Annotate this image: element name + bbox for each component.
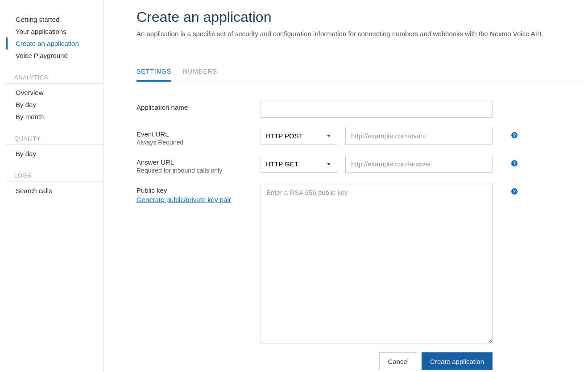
event-url-method-select[interactable]: HTTP POST: [261, 127, 337, 145]
label-public-key: Public key: [137, 186, 261, 194]
tab-settings[interactable]: SETTINGS: [137, 64, 171, 82]
sidebar-item-your-applications[interactable]: Your applications: [6, 25, 103, 37]
label-application-name: Application name: [137, 103, 261, 111]
main-content: Create an application An application is …: [104, 0, 588, 372]
tabs: SETTINGS NUMBERS: [137, 64, 583, 82]
label-answer-url: Answer URL: [137, 158, 261, 166]
help-icon[interactable]: ?: [511, 188, 518, 194]
page-description: An application is a specific set of secu…: [137, 30, 583, 37]
label-event-url: Event URL: [137, 130, 261, 138]
create-application-button[interactable]: Create application: [422, 352, 493, 370]
sidebar: Getting started Your applications Create…: [0, 0, 104, 372]
sidebar-item-search-calls[interactable]: Search calls: [6, 185, 103, 197]
sidebar-item-analytics-by-month[interactable]: By month: [6, 111, 103, 123]
answer-url-method-select[interactable]: HTTP GET: [261, 155, 337, 173]
help-icon[interactable]: ?: [511, 132, 518, 138]
sidebar-item-quality-by-day[interactable]: By day: [6, 148, 103, 160]
sidebar-header-logs: LOGS: [6, 169, 103, 182]
sublabel-event-url: Always Required: [137, 139, 261, 146]
answer-url-input[interactable]: [345, 155, 493, 173]
application-name-input[interactable]: [261, 100, 493, 118]
public-key-textarea[interactable]: [261, 183, 493, 343]
generate-key-pair-link[interactable]: Generate public/private key pair: [137, 196, 231, 203]
sublabel-answer-url: Required for inbound calls only: [137, 167, 261, 174]
event-url-input[interactable]: [345, 127, 493, 145]
sidebar-item-voice-playground[interactable]: Voice Playground: [6, 50, 103, 62]
sidebar-header-analytics: ANALYTICS: [6, 71, 103, 84]
sidebar-header-quality: QUALITY: [6, 132, 103, 145]
cancel-button[interactable]: Cancel: [379, 352, 417, 370]
help-icon[interactable]: ?: [511, 160, 518, 166]
sidebar-item-getting-started[interactable]: Getting started: [6, 13, 103, 25]
tab-numbers[interactable]: NUMBERS: [183, 64, 217, 82]
page-title: Create an application: [137, 9, 583, 25]
sidebar-item-analytics-by-day[interactable]: By day: [6, 99, 103, 111]
sidebar-item-overview[interactable]: Overview: [6, 87, 103, 99]
sidebar-item-create-application[interactable]: Create an application: [6, 37, 103, 50]
